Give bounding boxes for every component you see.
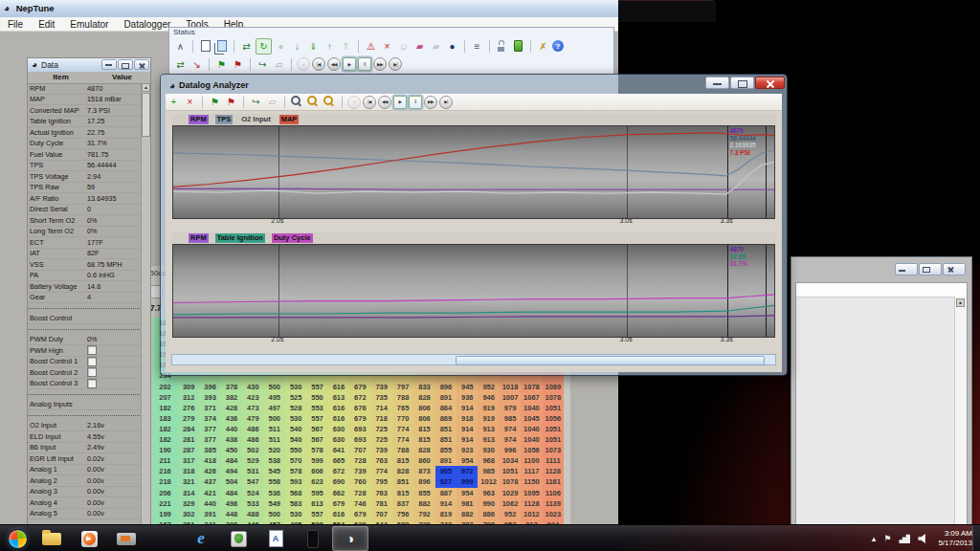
rewind-icon[interactable]: ◀◀ bbox=[378, 96, 391, 109]
marker-green-icon[interactable]: ⚑ bbox=[208, 95, 222, 109]
fuel-table-cell[interactable]: 497 bbox=[264, 403, 285, 413]
fuel-table-cell[interactable]: 500 bbox=[264, 382, 285, 392]
fuel-table-cell[interactable]: 428 bbox=[221, 403, 242, 413]
fuel-table-cell[interactable]: 919 bbox=[478, 403, 499, 413]
fuel-table-cell[interactable]: 183 bbox=[152, 413, 178, 424]
fuel-table-cell[interactable]: 385 bbox=[199, 445, 220, 455]
fuel-table-cell[interactable]: 672 bbox=[328, 466, 349, 476]
media-player-button[interactable]: ▶ bbox=[71, 526, 107, 551]
legend-item-duty-cycle[interactable]: Duty Cycle bbox=[272, 233, 313, 243]
fuel-table-cell[interactable]: 218 bbox=[152, 476, 178, 487]
legend-item-tps[interactable]: TPS bbox=[215, 115, 234, 124]
fuel-table-cell[interactable]: 396 bbox=[199, 382, 220, 392]
smiley-icon[interactable]: ☺ bbox=[396, 39, 411, 54]
fuel-table-cell[interactable]: 1089 bbox=[543, 382, 564, 392]
boost-control-2-checkbox[interactable] bbox=[87, 367, 97, 377]
fuel-table-cell[interactable]: 999 bbox=[457, 476, 478, 487]
tray-clock[interactable]: 3:09 AM 5/17/2013 bbox=[938, 529, 972, 548]
help-icon[interactable]: ? bbox=[552, 40, 564, 52]
fuel-table-cell[interactable]: 216 bbox=[152, 466, 178, 476]
fuel-table-cell[interactable]: 504 bbox=[221, 476, 242, 487]
fuel-table-cell[interactable]: 770 bbox=[392, 413, 413, 424]
minimize-button[interactable] bbox=[101, 59, 117, 70]
fuel-table-cell[interactable]: 391 bbox=[199, 509, 220, 519]
fuel-table-cell[interactable]: 774 bbox=[392, 424, 413, 434]
fuel-table-cell[interactable]: 190 bbox=[152, 445, 178, 455]
fuel-table-cell[interactable]: 662 bbox=[328, 488, 349, 498]
scroll-up-icon[interactable]: ▲ bbox=[142, 83, 150, 92]
fuel-table-cell[interactable]: 728 bbox=[349, 488, 370, 498]
fuel-table-cell[interactable]: 923 bbox=[457, 445, 478, 455]
fuel-table-cell[interactable]: 536 bbox=[264, 488, 285, 498]
fuel-table-cell[interactable]: 418 bbox=[199, 455, 220, 466]
zoom-icon[interactable] bbox=[290, 95, 304, 109]
fuel-table-cell[interactable]: 828 bbox=[392, 466, 413, 476]
fuel-table-cell[interactable]: 448 bbox=[221, 509, 242, 519]
fuel-table-cell[interactable]: 221 bbox=[152, 498, 178, 509]
skip-end-icon[interactable]: ▶| bbox=[439, 96, 453, 109]
fuel-table-cell[interactable]: 990 bbox=[478, 498, 499, 509]
fuel-table-cell[interactable]: 488 bbox=[242, 509, 263, 519]
fuel-table-cell[interactable]: 855 bbox=[435, 445, 457, 455]
fuel-table-cell[interactable]: 1040 bbox=[521, 434, 542, 445]
show-desktop-button[interactable] bbox=[972, 525, 980, 551]
fuel-table-cell[interactable]: 728 bbox=[349, 455, 370, 466]
fuel-table-cell[interactable]: 321 bbox=[178, 476, 199, 487]
fuel-table-cell[interactable]: 549 bbox=[264, 498, 285, 509]
fuel-table-cell[interactable]: 430 bbox=[242, 382, 263, 392]
fuel-table-cell[interactable]: 530 bbox=[285, 382, 306, 392]
fuel-table-cell[interactable]: 613 bbox=[328, 392, 349, 403]
fuel-table-cell[interactable]: 746 bbox=[349, 498, 370, 509]
fuel-table-cell[interactable]: 718 bbox=[371, 413, 392, 424]
fuel-table-cell[interactable]: 547 bbox=[242, 476, 263, 487]
fuel-table-cell[interactable]: 1067 bbox=[521, 392, 542, 403]
fuel-table-cell[interactable]: 309 bbox=[178, 382, 199, 392]
fuel-table-cell[interactable]: 756 bbox=[392, 509, 413, 519]
fuel-table-cell[interactable]: 981 bbox=[457, 498, 478, 509]
fuel-table-cell[interactable]: 914 bbox=[457, 434, 478, 445]
fuel-table-cell[interactable]: 707 bbox=[371, 509, 392, 519]
boost-control-1-checkbox[interactable] bbox=[87, 357, 97, 366]
remote-desktop-button[interactable] bbox=[108, 526, 145, 551]
globe-icon[interactable]: ● bbox=[445, 39, 459, 54]
fuel-table-cell[interactable]: 735 bbox=[371, 392, 392, 403]
fuel-table-cell[interactable]: 545 bbox=[264, 466, 285, 476]
fuel-table-cell[interactable]: 815 bbox=[392, 455, 413, 466]
forward-icon[interactable]: ▶▶ bbox=[373, 57, 387, 71]
fuel-table-cell[interactable]: 739 bbox=[349, 466, 370, 476]
zoom-in-icon[interactable] bbox=[306, 95, 321, 109]
fuel-table-cell[interactable]: 530 bbox=[285, 509, 306, 519]
fuel-table-cell[interactable]: 946 bbox=[478, 392, 499, 403]
warning-icon[interactable]: ⚠ bbox=[364, 39, 378, 54]
internet-explorer-button[interactable]: e bbox=[183, 526, 219, 551]
fuel-table-cell[interactable]: 815 bbox=[413, 434, 434, 445]
fuel-table-cell[interactable]: 500 bbox=[264, 509, 285, 519]
fuel-table-cell[interactable]: 855 bbox=[413, 488, 434, 498]
fuel-table-cell[interactable]: 760 bbox=[349, 476, 370, 487]
fuel-table-cell[interactable]: 905 bbox=[435, 466, 457, 476]
fuel-table-cell[interactable]: 828 bbox=[413, 392, 434, 403]
fuel-table-cell[interactable]: 616 bbox=[328, 413, 349, 424]
fuel-table-cell[interactable]: 954 bbox=[457, 455, 478, 466]
fuel-table-cell[interactable]: 1012 bbox=[521, 509, 542, 519]
fuel-table-cell[interactable]: 974 bbox=[500, 434, 521, 445]
fuel-table-cell[interactable]: 437 bbox=[199, 476, 220, 487]
fuel-table-cell[interactable]: 833 bbox=[413, 382, 434, 392]
fuel-table-cell[interactable]: 567 bbox=[306, 424, 327, 434]
bottom-chart-plot[interactable]: 487017.2531.7% bbox=[172, 244, 775, 338]
fuel-table-cell[interactable]: 279 bbox=[178, 413, 199, 424]
fuel-table-cell[interactable]: 500 bbox=[264, 413, 285, 424]
fuel-table-cell[interactable]: 1106 bbox=[543, 488, 564, 498]
fuel-table-cell[interactable]: 1056 bbox=[543, 413, 564, 424]
fuel-table-cell[interactable]: 524 bbox=[242, 488, 263, 498]
delete-icon[interactable]: × bbox=[183, 95, 197, 109]
marker-red-icon[interactable]: ⚑ bbox=[231, 57, 245, 72]
fuel-table-cell[interactable]: 765 bbox=[392, 403, 413, 413]
fuel-table-cell[interactable]: 914 bbox=[457, 403, 478, 413]
fuel-table-cell[interactable]: 930 bbox=[478, 445, 499, 455]
fuel-table-cell[interactable]: 540 bbox=[285, 434, 306, 445]
fuel-table-cell[interactable]: 882 bbox=[457, 509, 478, 519]
fuel-table-cell[interactable]: 725 bbox=[371, 424, 392, 434]
forward-icon[interactable]: ▶▶ bbox=[424, 96, 437, 109]
maximize-button[interactable] bbox=[118, 59, 133, 70]
